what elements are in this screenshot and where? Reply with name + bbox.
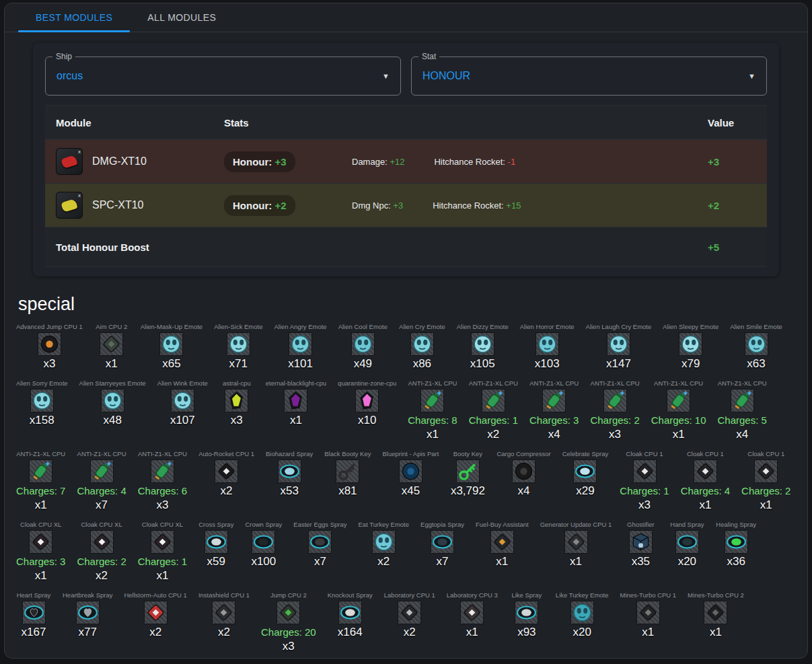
inventory-item[interactable]: Auto-Rocket CPU 1 x2 xyxy=(195,450,258,498)
chevron-down-icon: ▼ xyxy=(382,72,390,80)
inventory-item[interactable]: Mines-Turbo CPU 1 x1 xyxy=(617,591,680,639)
inventory-item[interactable]: Alien Sleepy Emote x79 xyxy=(659,323,722,371)
inventory-item[interactable]: ANTI-Z1-XL CPU Charges: 8 x1 xyxy=(404,379,460,441)
inventory-item[interactable]: Cloak CPU 1 Charges: 1 x3 xyxy=(616,450,672,512)
alien-laugh-cry-emote-icon xyxy=(607,333,630,355)
mines-turbo-cpu-1-icon xyxy=(637,601,659,624)
item-count: x3 xyxy=(638,499,651,512)
inventory-item[interactable]: Instashield CPU 1 x2 xyxy=(195,591,253,639)
inventory-item[interactable]: Fuel-Buy Assistant x1 xyxy=(472,521,532,568)
inventory-item[interactable]: Ghostifier x35 xyxy=(620,521,661,568)
advanced-jump-cpu-1-icon xyxy=(38,333,61,355)
inventory-item[interactable]: Alien Starryeyes Emote x48 xyxy=(76,379,149,427)
inventory-item[interactable]: Hellstorm-Auto CPU 1 x2 xyxy=(120,591,190,639)
stat-select-value: HONOUR xyxy=(422,70,470,82)
item-count: x53 xyxy=(280,484,298,498)
inventory-item[interactable]: ANTI-Z1-XL CPU Charges: 5 x4 xyxy=(714,379,770,441)
inventory-item[interactable]: Eggtopia Spray x7 xyxy=(417,521,468,568)
alien-sick-emote-icon xyxy=(227,333,250,355)
item-count: x49 xyxy=(354,357,372,371)
inventory-item[interactable]: Alien Smile Emote x63 xyxy=(727,323,786,371)
item-name: ANTI-Z1-XL CPU xyxy=(138,450,187,457)
inventory-item[interactable]: Laboratory CPU 1 x2 xyxy=(381,591,439,639)
inventory-item[interactable]: ANTI-Z1-XL CPU Charges: 4 x7 xyxy=(73,450,129,512)
inventory-item[interactable]: Hand Spray x20 xyxy=(666,521,708,568)
inventory-item[interactable]: Generator Update CPU 1 x1 xyxy=(537,521,616,568)
item-count: x7 xyxy=(96,499,108,512)
item-count: x63 xyxy=(747,357,765,371)
tab-all-modules[interactable]: ALL MODULES xyxy=(130,3,233,32)
item-name: Crown Spray xyxy=(245,521,282,528)
fuel-buy-assistant-icon xyxy=(491,531,513,553)
inventory-item[interactable]: Eat Turkey Emote x2 xyxy=(355,521,413,568)
inventory-item[interactable]: Knockout Spray x164 xyxy=(324,591,376,639)
inventory-item[interactable]: Laboratory CPU 3 x1 xyxy=(443,591,501,639)
inventory-item[interactable]: ANTI-Z1-XL CPU Charges: 2 x3 xyxy=(587,379,642,441)
inventory-item[interactable]: Cargo Compressor x4 xyxy=(493,450,554,498)
inventory-item[interactable]: Alien Horror Emote x103 xyxy=(517,323,578,371)
inventory-item[interactable]: Booty Key x3,792 xyxy=(447,450,488,498)
item-name: Booty Key xyxy=(453,450,482,457)
item-name: Laboratory CPU 1 xyxy=(384,591,435,599)
inventory-item[interactable]: Cloak CPU XL Charges: 2 x2 xyxy=(73,521,129,583)
inventory-item[interactable]: Advanced Jump CPU 1 x3 xyxy=(13,323,86,371)
inventory-item[interactable]: Alien Dizzy Emote x105 xyxy=(453,323,512,371)
inventory-item[interactable]: Aim CPU 2 x1 xyxy=(91,323,133,371)
item-name: Fuel-Buy Assistant xyxy=(476,521,529,528)
item-name: Alien Smile Emote xyxy=(730,323,782,330)
crown-spray-icon xyxy=(252,531,274,553)
inventory-item[interactable]: Black Booty Key x81 xyxy=(321,450,374,498)
inventory-item[interactable]: Alien Laugh Cry Emote x147 xyxy=(583,323,655,371)
inventory-item[interactable]: Alien-Sick Emote x71 xyxy=(211,323,266,371)
module-row: x DMG-XT10 Honour: +3 Damage: +12Hitchan… xyxy=(45,139,767,183)
inventory-item[interactable]: Celebrate Spray x29 xyxy=(559,450,612,498)
hand-spray-icon xyxy=(676,531,698,553)
eat-turkey-emote-icon xyxy=(373,531,395,553)
inventory-item[interactable]: Mines-Turbo CPU 2 x1 xyxy=(684,591,747,639)
inventory-item[interactable]: Healing Spray x36 xyxy=(712,521,760,568)
inventory-item[interactable]: Crown Spray x100 xyxy=(242,521,285,568)
inventory-item[interactable]: Like Turkey Emote x20 xyxy=(552,591,612,639)
inventory-item[interactable]: Alien Cool Emote x49 xyxy=(335,323,391,371)
heart-spray-icon xyxy=(23,601,45,624)
inventory-item[interactable]: ANTI-Z1-XL CPU Charges: 10 x1 xyxy=(648,379,710,441)
inventory-item[interactable]: Easter Eggs Spray x7 xyxy=(290,521,350,568)
inventory-item[interactable]: Jump CPU 2 Charges: 20 x3 xyxy=(258,591,320,653)
alien-mask-up-emote-icon xyxy=(160,333,182,355)
inventory-item[interactable]: Alien Angry Emote x101 xyxy=(270,323,330,371)
inventory-item[interactable]: eternal-blacklight-cpu x1 xyxy=(262,379,330,427)
inventory-item[interactable]: Cloak CPU XL Charges: 3 x1 xyxy=(13,521,69,583)
inventory-item[interactable]: Alien Cry Emote x86 xyxy=(396,323,449,371)
inventory-item[interactable]: ANTI-Z1-XL CPU Charges: 6 x3 xyxy=(135,450,190,512)
inventory-item[interactable]: Like Spray x93 xyxy=(506,591,548,639)
inventory-item[interactable]: Alien Sorry Emote x158 xyxy=(13,379,71,427)
inventory-item[interactable]: Heartbreak Spray x77 xyxy=(59,591,116,639)
tab-best-modules[interactable]: BEST MODULES xyxy=(18,3,130,32)
inventory-item[interactable]: ANTI-Z1-XL CPU Charges: 1 x2 xyxy=(466,379,521,441)
inventory-item[interactable]: Biohazard Spray x53 xyxy=(262,450,316,498)
jump-cpu-2-icon xyxy=(277,601,299,624)
easter-eggs-spray-icon xyxy=(309,531,331,553)
stat-select[interactable]: Stat HONOUR ▼ xyxy=(411,57,767,96)
inventory-item[interactable]: ANTI-Z1-XL CPU Charges: 7 x1 xyxy=(13,450,69,512)
inventory-item[interactable]: Cross Spray x59 xyxy=(195,521,237,568)
inventory-item[interactable]: Blueprint - Apis Part x45 xyxy=(379,450,442,498)
item-count: x3,792 xyxy=(451,484,485,498)
item-name: Laboratory CPU 3 xyxy=(447,591,498,599)
item-name: ANTI-Z1-XL CPU xyxy=(408,379,457,387)
item-charges: Charges: 8 xyxy=(408,414,457,426)
quarantine-zone-cpu-icon xyxy=(356,390,378,412)
inventory-item[interactable]: Cloak CPU 1 Charges: 2 x1 xyxy=(738,450,794,512)
inventory-item[interactable]: Alien-Mask-Up Emote x65 xyxy=(137,323,206,371)
anti-z1-xl-cpu-icon xyxy=(30,460,52,482)
ship-select[interactable]: Ship orcus ▼ xyxy=(45,57,401,96)
primary-stat-pill: Honour: +2 xyxy=(224,195,295,216)
inventory-item[interactable]: quarantine-zone-cpu x10 xyxy=(334,379,400,427)
inventory-item[interactable]: Alien Wink Emote x107 xyxy=(154,379,211,427)
inventory-item[interactable]: astral-cpu x3 xyxy=(216,379,258,427)
inventory-item[interactable]: ANTI-Z1-XL CPU Charges: 3 x4 xyxy=(526,379,582,441)
module-value: +2 xyxy=(708,200,756,211)
inventory-item[interactable]: Heart Spray x167 xyxy=(13,591,54,639)
inventory-item[interactable]: Cloak CPU XL Charges: 1 x1 xyxy=(135,521,190,583)
inventory-item[interactable]: Cloak CPU 1 Charges: 4 x1 xyxy=(677,450,733,512)
